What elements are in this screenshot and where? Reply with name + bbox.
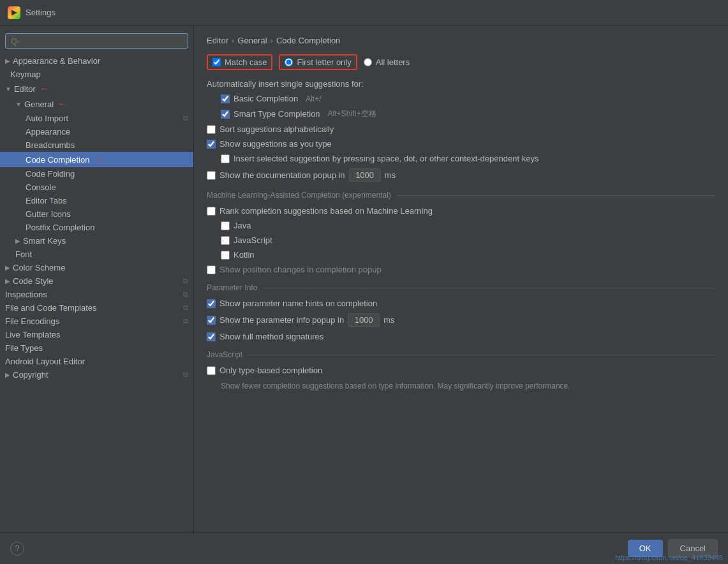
show-as-you-type-checkbox[interactable] (207, 140, 216, 149)
sidebar-item-file-code-templates[interactable]: File and Code Templates ⧉ (0, 301, 193, 315)
arrow-icon: ▶ (5, 57, 10, 64)
sidebar-item-label: Auto Import (26, 114, 68, 123)
sidebar-item-breadcrumbs[interactable]: Breadcrumbs (0, 138, 193, 152)
sidebar: ▶ Appearance & Behavior Keymap ▼ Editor … (0, 26, 194, 532)
sidebar-item-appearance[interactable]: Appearance (0, 125, 193, 138)
param-popup-value-input[interactable] (348, 313, 380, 327)
sidebar-item-file-types[interactable]: File Types (0, 341, 193, 355)
full-sig-row: Show full method signatures (207, 332, 715, 341)
sidebar-item-color-scheme[interactable]: ▶ Color Scheme (0, 261, 193, 274)
sidebar-item-appearance-behavior[interactable]: ▶ Appearance & Behavior (0, 54, 193, 68)
param-popup-checkbox[interactable] (207, 316, 216, 325)
window-title: Settings (26, 8, 56, 17)
sidebar-item-font[interactable]: Font (0, 248, 193, 261)
copy-icon: ⧉ (183, 290, 188, 299)
all-letters-radio[interactable] (364, 58, 372, 66)
rank-ml-row: Rank completion suggestions based on Mac… (207, 206, 715, 216)
param-popup-unit: ms (383, 315, 394, 325)
sidebar-item-console[interactable]: Console (0, 181, 193, 194)
sidebar-item-code-style[interactable]: ▶ Code Style ⧉ (0, 274, 193, 288)
sidebar-item-label: File and Code Templates (5, 303, 97, 313)
js-ml-label: JavaScript (234, 235, 272, 245)
java-ml-checkbox[interactable] (221, 221, 230, 230)
smart-completion-label: Smart Type Completion (234, 109, 320, 119)
red-arrow-editor: ← (40, 83, 50, 94)
sidebar-item-copyright[interactable]: ▶ Copyright ⧉ (0, 368, 193, 382)
sidebar-item-label: Live Templates (5, 330, 60, 339)
copy-icon: ⧉ (183, 304, 188, 312)
sidebar-item-label: Breadcrumbs (26, 140, 75, 150)
main-container: ▶ Appearance & Behavior Keymap ▼ Editor … (0, 26, 728, 532)
smart-completion-checkbox[interactable] (221, 110, 230, 119)
show-doc-popup-checkbox[interactable] (207, 171, 216, 180)
copy-icon: ⧉ (183, 371, 188, 379)
sidebar-item-android-layout-editor[interactable]: Android Layout Editor (0, 355, 193, 368)
sort-suggestions-label: Sort suggestions alphabetically (219, 124, 334, 134)
match-case-label: Match case (225, 57, 267, 67)
all-letters-label: All letters (376, 57, 410, 67)
ml-section-label: Machine Learning-Assisted Completion (ex… (207, 191, 391, 200)
sidebar-item-editor[interactable]: ▼ Editor ← (0, 81, 193, 96)
sidebar-item-label: Gutter Icons (26, 209, 71, 219)
match-case-checkbox[interactable] (212, 58, 221, 66)
sidebar-item-editor-tabs[interactable]: Editor Tabs (0, 194, 193, 207)
basic-completion-checkbox[interactable] (221, 94, 230, 103)
sidebar-item-auto-import[interactable]: Auto Import ⧉ (0, 112, 193, 125)
sidebar-item-inspections[interactable]: Inspections ⧉ (0, 288, 193, 301)
arrow-down-icon: ▼ (15, 101, 22, 108)
sidebar-item-code-completion[interactable]: Code Completion ← (0, 152, 193, 167)
js-section-label: JavaScript (207, 350, 242, 359)
rank-ml-checkbox[interactable] (207, 207, 216, 216)
sidebar-item-label: Inspections (5, 290, 47, 299)
type-based-subtext: Show fewer completion suggestions based … (207, 380, 715, 392)
type-based-row: Only type-based completion (207, 366, 715, 375)
sidebar-item-smart-keys[interactable]: ▶ Smart Keys (0, 234, 193, 248)
sidebar-item-postfix-completion[interactable]: Postfix Completion (0, 221, 193, 234)
auto-insert-label: Automatically insert single suggestions … (207, 79, 715, 89)
type-based-checkbox[interactable] (207, 366, 216, 375)
sidebar-item-keymap[interactable]: Keymap (0, 68, 193, 81)
insert-by-space-row: Insert selected suggestion by pressing s… (207, 154, 715, 163)
copy-icon: ⧉ (183, 114, 188, 122)
sidebar-item-live-templates[interactable]: Live Templates (0, 328, 193, 341)
red-arrow-completion: ← (94, 154, 105, 165)
sidebar-item-general[interactable]: ▼ General ← (0, 96, 193, 112)
show-position-checkbox[interactable] (207, 265, 216, 274)
java-ml-label: Java (234, 221, 251, 230)
sidebar-item-label: Font (15, 249, 32, 259)
sidebar-item-label: Code Folding (26, 169, 75, 179)
first-letter-label: First letter only (297, 57, 351, 67)
sort-suggestions-checkbox[interactable] (207, 125, 216, 134)
show-doc-popup-label: Show the documentation popup in (219, 170, 345, 180)
sidebar-item-label: Appearance (26, 127, 70, 137)
show-position-label: Show position changes in completion popu… (219, 265, 382, 274)
breadcrumb-editor: Editor (207, 36, 228, 45)
title-bar: ▶ Settings (0, 0, 728, 26)
full-sig-checkbox[interactable] (207, 332, 216, 341)
search-input[interactable] (5, 33, 188, 49)
sidebar-item-label: General (24, 100, 54, 109)
param-name-hints-checkbox[interactable] (207, 299, 216, 308)
sidebar-item-code-folding[interactable]: Code Folding (0, 167, 193, 181)
doc-popup-value-input[interactable] (349, 168, 381, 182)
kotlin-ml-checkbox[interactable] (221, 251, 230, 260)
first-letter-radio[interactable] (285, 58, 293, 66)
breadcrumb-code-completion: Code Completion (276, 36, 340, 45)
doc-popup-unit: ms (385, 170, 396, 180)
sidebar-item-label: Copyright (13, 370, 48, 380)
all-letters-row: All letters (364, 57, 410, 67)
breadcrumb-sep1: › (232, 36, 234, 45)
kotlin-ml-label: Kotlin (234, 250, 255, 260)
js-ml-row: JavaScript (207, 235, 715, 245)
show-doc-popup-row: Show the documentation popup in ms (207, 168, 715, 182)
js-ml-checkbox[interactable] (221, 236, 230, 245)
arrow-icon: ▶ (5, 278, 10, 285)
insert-by-space-checkbox[interactable] (221, 154, 230, 163)
sidebar-item-label: Console (26, 182, 56, 192)
sidebar-item-gutter-icons[interactable]: Gutter Icons (0, 207, 193, 221)
help-button[interactable]: ? (10, 542, 24, 556)
sidebar-item-file-encodings[interactable]: File Encodings ⧉ (0, 315, 193, 328)
sidebar-item-label: Color Scheme (13, 263, 65, 272)
basic-completion-label: Basic Completion (234, 94, 298, 103)
sidebar-item-label: Editor (14, 84, 36, 94)
